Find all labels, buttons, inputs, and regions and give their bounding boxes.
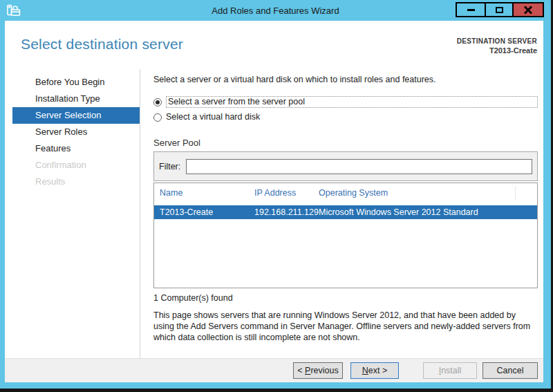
destination-server-name: T2013-Create	[457, 46, 537, 55]
column-header-name[interactable]: Name	[160, 188, 254, 198]
filter-strip: Filter:	[153, 151, 538, 181]
filter-label: Filter:	[159, 162, 180, 171]
page-note: This page shows servers that are running…	[153, 310, 538, 343]
footer-bar: < Previous Next > Install Cancel	[5, 358, 543, 382]
next-button[interactable]: Next >	[350, 362, 399, 379]
server-pool-table: Name IP Address Operating System T2013-C…	[153, 183, 538, 288]
radio-select-server-pool[interactable]: Select a server from the server pool	[153, 96, 538, 108]
wizard-steps-sidebar: Before You Begin Installation Type Serve…	[5, 69, 140, 358]
table-row[interactable]: T2013-Create 192.168.211.129 Microsoft W…	[154, 205, 537, 219]
column-header-ip-address[interactable]: IP Address	[254, 188, 319, 198]
previous-button[interactable]: < Previous	[293, 362, 343, 379]
page-header: Select destination server DESTINATION SE…	[5, 21, 543, 69]
destination-server-block: DESTINATION SERVER T2013-Create	[457, 37, 537, 55]
destination-server-label: DESTINATION SERVER	[457, 37, 537, 45]
radio-selected-icon	[153, 98, 162, 106]
install-button: Install	[423, 362, 477, 379]
title-bar[interactable]: Add Roles and Features Wizard	[0, 0, 551, 21]
cell-name: T2013-Create	[160, 207, 254, 217]
sidebar-item-server-selection[interactable]: Server Selection	[12, 107, 140, 124]
table-header-row: Name IP Address Operating System	[154, 183, 537, 203]
close-icon	[524, 6, 532, 14]
column-header-spacer	[515, 187, 537, 199]
cell-operating-system: Microsoft Windows Server 2012 Standard	[319, 207, 537, 217]
server-pool-label: Server Pool	[153, 138, 538, 148]
wizard-main: Before You Begin Installation Type Serve…	[5, 69, 543, 358]
sidebar-item-confirmation: Confirmation	[12, 157, 140, 174]
column-header-operating-system[interactable]: Operating System	[319, 188, 515, 198]
cancel-button[interactable]: Cancel	[482, 362, 538, 379]
radio-select-virtual-hard-disk[interactable]: Select a virtual hard disk	[153, 111, 538, 123]
sidebar-item-server-roles[interactable]: Server Roles	[12, 124, 140, 140]
window-controls	[456, 2, 544, 17]
maximize-button[interactable]	[485, 3, 512, 16]
wizard-window: Add Roles and Features Wizard Select des…	[0, 0, 553, 392]
filter-input[interactable]	[186, 159, 532, 174]
maximize-icon	[496, 7, 503, 13]
page-content: Select a server or a virtual hard disk o…	[140, 69, 543, 358]
minimize-button[interactable]	[457, 3, 485, 16]
intro-text: Select a server or a virtual hard disk o…	[153, 75, 538, 84]
source-radio-group: Select a server from the server pool Sel…	[153, 96, 538, 123]
radio-unselected-icon	[153, 113, 162, 122]
result-count: 1 Computer(s) found	[153, 293, 538, 303]
cell-ip-address: 192.168.211.129	[254, 207, 319, 217]
sidebar-item-before-you-begin[interactable]: Before You Begin	[12, 74, 140, 91]
sidebar-item-features[interactable]: Features	[12, 140, 140, 157]
wizard-body: Select destination server DESTINATION SE…	[5, 21, 543, 382]
radio-vhd-label: Select a virtual hard disk	[166, 112, 260, 122]
sidebar-item-results: Results	[12, 174, 140, 190]
radio-server-pool-label: Select a server from the server pool	[166, 96, 538, 108]
minimize-icon	[467, 9, 475, 11]
close-button[interactable]	[512, 3, 543, 16]
sidebar-item-installation-type[interactable]: Installation Type	[12, 91, 140, 107]
table-body: T2013-Create 192.168.211.129 Microsoft W…	[154, 203, 537, 288]
page-title: Select destination server	[21, 36, 183, 53]
